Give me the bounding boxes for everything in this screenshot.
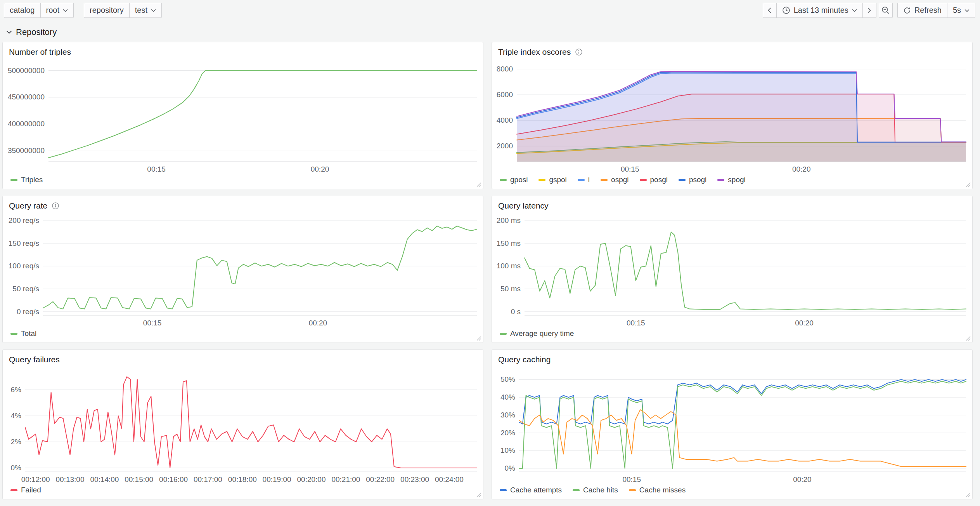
svg-text:00:20: 00:20 [311, 165, 329, 173]
svg-text:00:20: 00:20 [792, 165, 811, 173]
time-shift-back-button[interactable] [763, 3, 777, 18]
svg-text:6%: 6% [11, 386, 22, 394]
legend-item[interactable]: posgi [640, 176, 668, 184]
legend-item[interactable]: Average query time [500, 329, 574, 338]
refresh-interval-value: 5s [953, 6, 961, 15]
row-repository-toggle[interactable]: Repository [6, 27, 980, 37]
variable-catalog-dropdown[interactable]: root [40, 3, 74, 18]
legend-item[interactable]: Total [10, 329, 36, 338]
info-icon[interactable] [52, 202, 59, 210]
panel-header[interactable]: Query latency [492, 196, 972, 211]
legend-item[interactable]: Failed [10, 486, 41, 494]
legend-label: Cache hits [583, 486, 618, 494]
legend-marker [640, 179, 647, 181]
info-icon[interactable] [575, 48, 583, 56]
chart-svg: 0 s50 ms100 ms150 ms200 ms00:1500:20 [492, 211, 972, 329]
svg-text:400000000: 400000000 [8, 120, 45, 128]
resize-handle-icon[interactable] [475, 335, 482, 341]
legend-marker [10, 179, 17, 181]
svg-text:200 ms: 200 ms [497, 216, 521, 224]
panel-title: Triple index oscores [498, 47, 571, 57]
panel-triple-index-oscores: Triple index oscores 200040006000800000:… [492, 42, 973, 189]
clock-icon [782, 6, 790, 14]
legend-item[interactable]: spogi [717, 176, 745, 184]
panel-header[interactable]: Query failures [3, 350, 483, 365]
resize-handle-icon[interactable] [475, 491, 482, 498]
resize-handle-icon[interactable] [964, 181, 971, 188]
svg-text:450000000: 450000000 [8, 93, 45, 101]
legend-item[interactable]: Cache misses [629, 486, 686, 494]
svg-text:0%: 0% [11, 464, 22, 472]
time-range-picker-button[interactable]: Last 13 minutes [776, 3, 863, 18]
topbar: catalog root repository test [0, 0, 980, 20]
legend-item[interactable]: psogi [679, 176, 706, 184]
resize-handle-icon[interactable] [475, 181, 482, 188]
legend-item[interactable]: Triples [10, 176, 43, 184]
chart-query-rate[interactable]: 0 req/s50 req/s100 req/s150 req/s200 req… [3, 211, 483, 329]
chart-number-of-triples[interactable]: 35000000040000000045000000050000000000:1… [3, 57, 483, 175]
legend-label: posgi [650, 176, 668, 184]
panel-header[interactable]: Query rate [3, 196, 483, 211]
chart-triple-index-oscores[interactable]: 200040006000800000:1500:20 [492, 57, 972, 175]
resize-handle-icon[interactable] [964, 335, 971, 341]
legend-marker [717, 179, 724, 181]
legend-item[interactable]: Cache attempts [500, 486, 562, 494]
svg-text:0 s: 0 s [511, 308, 521, 316]
svg-text:00:20: 00:20 [795, 319, 814, 327]
time-shift-forward-button[interactable] [862, 3, 876, 18]
svg-text:00:17:00: 00:17:00 [194, 475, 222, 483]
variable-catalog: catalog root [4, 3, 74, 18]
panel-query-latency: Query latency 0 s50 ms100 ms150 ms200 ms… [492, 196, 973, 343]
legend: Failed [3, 485, 483, 499]
legend-label: Cache misses [639, 486, 686, 494]
svg-text:50 ms: 50 ms [500, 285, 521, 293]
panel-title: Query caching [498, 355, 551, 364]
legend-item[interactable]: gspoi [538, 176, 566, 184]
svg-text:00:20: 00:20 [309, 319, 327, 327]
chart-svg: 35000000040000000045000000050000000000:1… [3, 57, 483, 175]
svg-text:40%: 40% [500, 393, 515, 401]
legend-marker [573, 489, 580, 491]
legend-marker [601, 179, 608, 181]
refresh-group: Refresh 5s [897, 3, 975, 18]
legend: Total [3, 329, 483, 343]
svg-text:00:15: 00:15 [622, 475, 641, 483]
chevron-right-icon [867, 7, 871, 13]
zoom-out-icon [881, 6, 890, 14]
svg-text:00:15:00: 00:15:00 [125, 475, 153, 483]
chevron-left-icon [768, 7, 771, 13]
variable-repository: repository test [84, 3, 162, 18]
svg-text:350000000: 350000000 [8, 146, 45, 155]
chart-query-caching[interactable]: 0%10%20%30%40%50%00:1500:20 [492, 365, 972, 485]
panel-header[interactable]: Triple index oscores [492, 42, 972, 57]
variable-repository-dropdown[interactable]: test [129, 3, 162, 18]
chart-query-latency[interactable]: 0 s50 ms100 ms150 ms200 ms00:1500:20 [492, 211, 972, 329]
svg-text:4%: 4% [11, 412, 22, 420]
legend-item[interactable]: ospgi [601, 176, 629, 184]
svg-text:00:23:00: 00:23:00 [400, 475, 429, 483]
template-variables: catalog root repository test [4, 3, 172, 18]
svg-text:0%: 0% [505, 464, 516, 472]
variable-catalog-value: root [46, 6, 59, 15]
svg-text:150 ms: 150 ms [497, 239, 521, 247]
panel-title: Number of triples [9, 47, 71, 57]
legend-label: Average query time [510, 329, 574, 338]
legend-item[interactable]: i [578, 176, 590, 184]
svg-text:10%: 10% [500, 446, 515, 454]
svg-text:00:12:00: 00:12:00 [21, 475, 50, 483]
resize-handle-icon[interactable] [964, 491, 971, 498]
chart-query-failures[interactable]: 0%2%4%6%00:12:0000:13:0000:14:0000:15:00… [3, 365, 483, 485]
panel-header[interactable]: Number of triples [3, 42, 483, 57]
legend-marker [578, 179, 585, 181]
panel-header[interactable]: Query caching [492, 350, 972, 365]
legend-item[interactable]: gposi [500, 176, 528, 184]
svg-text:500000000: 500000000 [8, 66, 45, 75]
legend-marker [500, 333, 507, 335]
refresh-interval-dropdown[interactable]: 5s [947, 3, 975, 18]
chevron-down-icon [6, 30, 12, 34]
refresh-button[interactable]: Refresh [897, 3, 947, 18]
variable-repository-label: repository [84, 3, 130, 18]
legend-item[interactable]: Cache hits [573, 486, 618, 494]
zoom-out-button[interactable] [879, 3, 893, 18]
svg-text:200 req/s: 200 req/s [9, 216, 39, 224]
